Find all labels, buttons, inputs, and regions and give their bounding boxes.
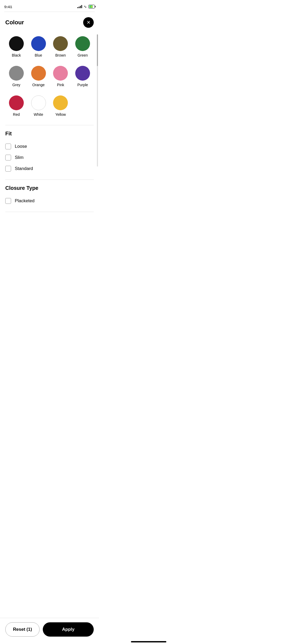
fit-label-standard: Standard [15,166,33,171]
colour-label-yellow: Yellow [55,112,66,117]
battery-bolt: ⚡ [90,6,93,8]
colour-label-black: Black [12,53,21,57]
colour-label-orange: Orange [32,83,45,87]
fit-label-slim: Slim [15,155,23,160]
colour-item-red[interactable]: Red [5,92,27,120]
fit-label-loose: Loose [15,144,27,149]
scrollbar-thumb[interactable] [97,34,98,66]
colour-circle-pink [53,66,68,81]
colour-label-purple: Purple [77,83,88,87]
status-icons: ∿ ⚡ [77,4,95,9]
colour-item-brown[interactable]: Brown [50,33,72,61]
colour-label-red: Red [13,112,20,117]
closure-label-placketed: Placketed [15,198,35,204]
status-bar: 9:41 ∿ ⚡ [0,0,99,12]
colour-circle-black [9,36,24,51]
page-title: Colour [5,19,24,26]
close-button[interactable]: ✕ [83,17,94,28]
colour-circle-red [9,95,24,110]
closure-option-placketed[interactable]: Placketed [5,195,94,206]
battery-icon: ⚡ [88,5,95,8]
colour-item-white[interactable]: White [27,92,50,120]
colour-circle-grey [9,66,24,81]
section-divider-bottom [5,212,94,212]
colour-label-grey: Grey [12,83,20,87]
closure-section: Closure Type Placketed [0,180,99,212]
colour-label-white: White [34,112,43,117]
closure-title: Closure Type [5,185,94,191]
colour-section: BlackBlueBrownGreenGreyOrangePinkPurpleR… [0,32,99,125]
checkbox-standard[interactable] [5,166,11,172]
colour-circle-purple [75,66,90,81]
fit-option-standard[interactable]: Standard [5,163,94,174]
close-icon: ✕ [87,20,91,25]
colour-item-grey[interactable]: Grey [5,63,27,90]
fit-option-slim[interactable]: Slim [5,152,94,163]
colour-label-green: Green [78,53,88,57]
scrollbar-track[interactable] [97,34,98,167]
colour-item-pink[interactable]: Pink [50,63,72,90]
wifi-icon: ∿ [84,4,87,9]
colour-grid: BlackBlueBrownGreenGreyOrangePinkPurpleR… [5,32,94,120]
filter-header: Colour ✕ [0,12,99,32]
colour-item-yellow[interactable]: Yellow [50,92,72,120]
colour-circle-orange [31,66,46,81]
colour-item-green[interactable]: Green [72,33,94,61]
fit-title: Fit [5,131,94,137]
status-time: 9:41 [4,4,12,9]
colour-item-blue[interactable]: Blue [27,33,50,61]
fit-section: Fit LooseSlimStandard [0,125,99,180]
checkbox-placketed[interactable] [5,198,11,204]
colour-item-purple[interactable]: Purple [72,63,94,90]
checkbox-loose[interactable] [5,144,11,149]
colour-label-brown: Brown [55,53,66,57]
colour-item-orange[interactable]: Orange [27,63,50,90]
colour-circle-yellow [53,95,68,110]
colour-label-pink: Pink [57,83,64,87]
colour-circle-white [31,95,46,110]
checkbox-slim[interactable] [5,155,11,160]
signal-icon [77,5,82,8]
colour-label-blue: Blue [35,53,42,57]
colour-circle-green [75,36,90,51]
colour-circle-brown [53,36,68,51]
colour-item-black[interactable]: Black [5,33,27,61]
fit-option-loose[interactable]: Loose [5,141,94,152]
colour-circle-blue [31,36,46,51]
